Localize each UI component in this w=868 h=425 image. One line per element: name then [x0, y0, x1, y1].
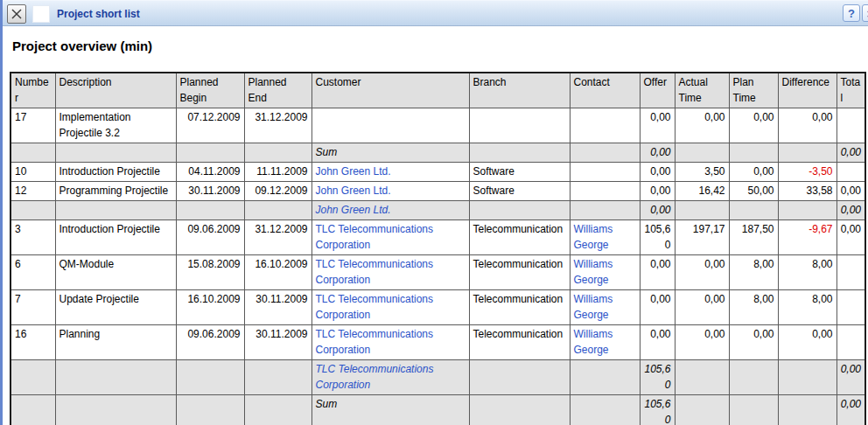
difference-cell	[778, 360, 836, 395]
plan-time-cell: 8,00	[729, 255, 778, 290]
help-button[interactable]: ?	[843, 4, 860, 22]
customer-cell: Sum	[312, 143, 469, 163]
planned-end-cell	[244, 143, 312, 163]
number-cell	[10, 360, 55, 395]
customer-cell[interactable]: TLC Telecommunications Corporation	[312, 290, 469, 325]
offer-cell: 105,60	[640, 395, 675, 425]
customer-cell[interactable]: TLC Telecommunications Corporation	[312, 255, 469, 290]
offer-cell: 0,00	[640, 201, 675, 220]
contact-cell	[570, 360, 640, 395]
planned-begin-cell	[176, 395, 244, 425]
customer-cell[interactable]: John Green Ltd.	[312, 163, 469, 182]
column-header-actual-time: Actual Time	[675, 73, 729, 108]
planned-begin-cell	[176, 143, 244, 163]
difference-cell: 0,00	[778, 108, 836, 143]
total-cell	[836, 325, 865, 360]
planned-end-cell: 16.10.2009	[244, 255, 312, 290]
plan-time-cell	[729, 143, 778, 163]
window-title: Project short list	[57, 1, 140, 27]
contact-cell	[570, 182, 640, 201]
number-cell: 12	[10, 182, 55, 201]
actual-time-cell: 0,00	[675, 108, 729, 143]
header-row: NumberDescriptionPlanned BeginPlanned En…	[10, 73, 865, 108]
offer-cell: 0,00	[640, 163, 675, 182]
titlebar-checkbox[interactable]	[32, 5, 50, 23]
contact-cell[interactable]: Williams George	[570, 325, 640, 360]
project-table-body: 17Implementation Projectile 3.207.12.200…	[10, 108, 865, 425]
actual-time-cell	[675, 143, 729, 163]
offer-cell: 0,00	[640, 255, 675, 290]
customer-cell[interactable]: TLC Telecommunications Corporation	[312, 360, 469, 395]
total-cell: 0,00	[836, 395, 865, 425]
branch-cell: Telecommunication	[469, 220, 570, 255]
planned-begin-cell: 15.08.2009	[176, 255, 244, 290]
offer-cell: 0,00	[640, 290, 675, 325]
column-header-planned-end: Planned End	[244, 73, 312, 108]
column-header-difference: Difference	[778, 73, 836, 108]
customer-cell[interactable]: John Green Ltd.	[312, 201, 469, 220]
total-cell: 0,00	[836, 182, 865, 201]
planned-begin-cell: 09.06.2009	[176, 220, 244, 255]
page-title: Project overview (min)	[12, 38, 152, 53]
number-cell	[10, 395, 55, 425]
total-cell: 0,00	[836, 201, 865, 220]
description-cell: Introduction Projectile	[55, 163, 176, 182]
actual-time-cell: 197,17	[675, 220, 729, 255]
total-cell: 0,00	[836, 220, 865, 255]
sum-row: Sum0,000,00	[10, 143, 865, 163]
planned-end-cell: 31.12.2009	[244, 220, 312, 255]
plan-time-cell	[729, 395, 778, 425]
window-close-button[interactable]	[7, 4, 26, 24]
number-cell	[10, 143, 55, 163]
customer-cell[interactable]: TLC Telecommunications Corporation	[312, 325, 469, 360]
difference-cell	[778, 201, 836, 220]
customer-cell[interactable]: John Green Ltd.	[312, 182, 469, 201]
planned-begin-cell: 30.11.2009	[176, 182, 244, 201]
actual-time-cell: 16,42	[675, 182, 729, 201]
contact-cell	[570, 143, 640, 163]
offer-cell: 0,00	[640, 108, 675, 143]
offer-cell: 0,00	[640, 143, 675, 163]
plan-time-cell	[729, 360, 778, 395]
column-header-branch: Branch	[469, 73, 570, 108]
table-row: 12Programming Projectile30.11.200909.12.…	[10, 182, 865, 201]
planned-end-cell: 11.11.2009	[244, 163, 312, 182]
branch-cell: Telecommunication	[469, 255, 570, 290]
branch-cell	[469, 395, 570, 425]
offer-cell: 105,60	[640, 220, 675, 255]
number-cell: 17	[10, 108, 55, 143]
column-header-number: Number	[10, 73, 55, 108]
contact-cell[interactable]: Williams George	[570, 290, 640, 325]
total-cell: 0,00	[836, 360, 865, 395]
column-header-customer: Customer	[312, 73, 469, 108]
planned-end-cell: 30.11.2009	[244, 325, 312, 360]
contact-cell[interactable]: Williams George	[570, 220, 640, 255]
offer-cell: 105,60	[640, 360, 675, 395]
table-row: 3Introduction Projectile09.06.200931.12.…	[10, 220, 865, 255]
difference-cell	[778, 395, 836, 425]
help-icon: ?	[848, 7, 855, 20]
titlebar: Project short list ? ×	[3, 0, 868, 26]
planned-begin-cell	[176, 360, 244, 395]
actual-time-cell: 0,00	[675, 290, 729, 325]
column-header-description: Description	[55, 73, 176, 108]
number-cell: 16	[10, 325, 55, 360]
branch-cell	[469, 143, 570, 163]
project-overview-table: NumberDescriptionPlanned BeginPlanned En…	[10, 72, 866, 425]
customer-cell: Sum	[312, 395, 469, 425]
actual-time-cell	[675, 395, 729, 425]
branch-cell	[469, 201, 570, 220]
plan-time-cell: 0,00	[729, 325, 778, 360]
actual-time-cell: 3,50	[675, 163, 729, 182]
plan-time-cell: 187,50	[729, 220, 778, 255]
description-cell: QM-Module	[55, 255, 176, 290]
difference-cell: 33,58	[778, 182, 836, 201]
offer-cell: 0,00	[640, 182, 675, 201]
actual-time-cell: 0,00	[675, 325, 729, 360]
number-cell: 6	[10, 255, 55, 290]
contact-cell	[570, 395, 640, 425]
customer-cell[interactable]: TLC Telecommunications Corporation	[312, 220, 469, 255]
panel-close-button[interactable]: ×	[862, 4, 868, 22]
column-header-offer: Offer	[640, 73, 675, 108]
contact-cell[interactable]: Williams George	[570, 255, 640, 290]
